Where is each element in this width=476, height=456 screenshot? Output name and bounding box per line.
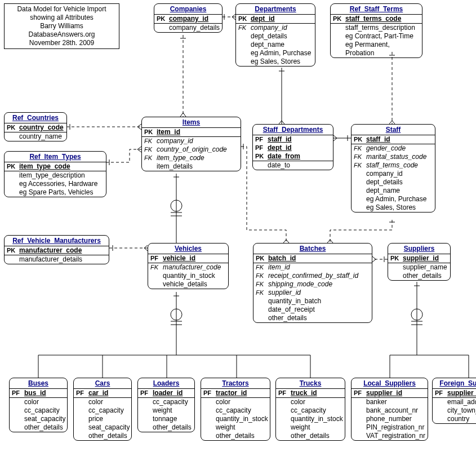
entity-local-suppliers: Local_Suppliers PFsupplier_id banker ban… (351, 378, 428, 441)
entity-title: Ref_Countries (5, 113, 66, 123)
entity-buses: Buses PFbus_id color cc_capacity seat_ca… (9, 378, 68, 432)
entity-cars: Cars PFcar_id color cc_capacity price se… (73, 378, 132, 441)
entity-title: Vehicles (148, 244, 228, 254)
entity-title: Suppliers (388, 244, 450, 254)
entity-loaders: Loaders PFloader_id cc_capacity weight t… (137, 378, 195, 432)
entity-title: Tractors (201, 378, 270, 389)
entity-departments: Departments PKdept_id FKcompany_id dept_… (235, 3, 315, 67)
entity-title: Ref_Staff_Terms (331, 4, 422, 15)
entity-title: Trucks (276, 378, 345, 389)
svg-point-1 (171, 309, 182, 320)
entity-title: Ref_Vehicle_Manufacturers (5, 236, 109, 246)
entity-batches: Batches PKbatch_id FKitem_id FKreceipt_c… (253, 243, 372, 323)
entity-companies: Companies PKcompany_id company_details (154, 3, 223, 33)
entity-title: Loaders (138, 378, 194, 389)
entity-title: Departments (236, 4, 315, 15)
diagram-note: Data Model for Vehicle Import showing al… (4, 3, 119, 49)
note-line: November 28th. 2009 (7, 39, 117, 47)
entity-title: Local_Suppliers (352, 378, 428, 389)
entity-vehicles: Vehicles PFvehicle_id FKmanufacturer_cod… (148, 243, 229, 289)
entity-title: Foreign_Suppliers (433, 378, 476, 389)
entity-items: Items PKitem_id FKcompany_id FKcountry_o… (141, 117, 241, 171)
entity-title: Items (142, 117, 241, 128)
entity-ref-item-types: Ref_Item_Types PKitem_type_code item_typ… (4, 151, 106, 197)
entity-staff-departments: Staff_Departments PFstaff_id PFdept_id P… (252, 124, 333, 170)
entity-foreign-suppliers: Foreign_Suppliers PFsupplier_id email_ad… (432, 378, 476, 424)
entity-trucks: Trucks PFtruck_id color cc_capacity quan… (275, 378, 345, 441)
entity-title: Staff_Departments (253, 125, 333, 135)
entity-title: Companies (154, 4, 222, 15)
entity-title: Batches (253, 244, 372, 254)
svg-point-2 (411, 309, 422, 320)
entity-tractors: Tractors PFtractor_id color cc_capacity … (201, 378, 270, 441)
svg-point-0 (171, 200, 182, 211)
entity-ref-vehicle-manufacturers: Ref_Vehicle_Manufacturers PKmanufacturer… (4, 235, 109, 264)
entity-title: Cars (74, 378, 131, 389)
entity-title: Buses (10, 378, 67, 389)
entity-title: Ref_Item_Types (5, 152, 106, 162)
entity-title: Staff (352, 125, 435, 135)
entity-staff: Staff PKstaff_id FKgender_code FKmarital… (351, 124, 435, 212)
note-line: showing all Attributes (7, 14, 117, 22)
entity-ref-countries: Ref_Countries PKcountry_code country_nam… (4, 112, 67, 141)
note-line: Barry Williams (7, 22, 117, 30)
note-line: DatabaseAnswers.org (7, 30, 117, 39)
entity-ref-staff-terms: Ref_Staff_Terms PKstaff_terms_code staff… (330, 3, 422, 58)
note-line: Data Model for Vehicle Import (7, 5, 117, 14)
entity-suppliers: Suppliers PKsupplier_id supplier_name ot… (388, 243, 451, 281)
